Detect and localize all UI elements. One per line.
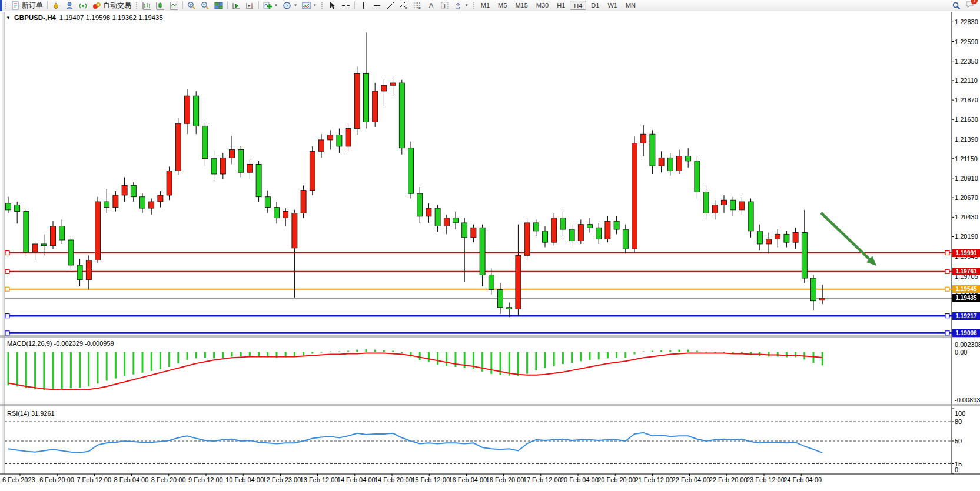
candle-body: [695, 161, 700, 192]
new-order-label: 新订单: [22, 1, 43, 11]
timeframe-button-h1[interactable]: H1: [553, 1, 569, 10]
candle-body: [230, 149, 235, 158]
chart-shift-button[interactable]: [243, 1, 257, 11]
toolbar-grip: [321, 2, 324, 9]
line-handle[interactable]: [945, 287, 949, 291]
date-label: 20 Feb 20:00: [597, 476, 636, 483]
templates-button[interactable]: ▼: [300, 1, 319, 11]
line-handle[interactable]: [5, 287, 9, 291]
tile-windows-button[interactable]: [212, 1, 225, 11]
date-label: 24 Feb 04:00: [783, 476, 822, 483]
timeframe-button-mn[interactable]: MN: [622, 1, 639, 10]
candle-body: [256, 164, 261, 196]
auto-scroll-button[interactable]: [230, 1, 243, 11]
text-tool-button[interactable]: A: [424, 1, 438, 11]
separator: [227, 1, 228, 9]
candle-body: [552, 218, 557, 242]
chevron-down-icon: ▼: [313, 4, 317, 7]
trendline-tool-button[interactable]: [384, 1, 397, 11]
mt4-terminal: 新订单 自动交易: [0, 0, 980, 491]
candle-body: [757, 231, 762, 244]
timeframe-button-d1[interactable]: D1: [587, 1, 603, 10]
candle-body: [140, 197, 145, 208]
line-chart-button[interactable]: [167, 1, 181, 11]
candle-body: [784, 234, 789, 242]
timeframe-button-m15[interactable]: M15: [511, 1, 531, 10]
candle-body: [686, 156, 691, 161]
rsi-axis-label: 80: [955, 418, 962, 425]
candle-body: [194, 96, 199, 126]
candle-body: [408, 148, 414, 193]
time-axis[interactable]: 6 Feb 20236 Feb 20:007 Feb 12:008 Feb 04…: [0, 475, 951, 485]
date-label: 6 Feb 20:00: [39, 476, 74, 483]
line-handle[interactable]: [5, 251, 9, 255]
horizontal-line-tool-button[interactable]: [370, 1, 384, 11]
line-handle[interactable]: [5, 331, 9, 335]
candle-body: [471, 228, 476, 238]
text-label-tool-button[interactable]: T: [438, 1, 451, 11]
candle-body: [498, 289, 503, 307]
candle-body: [113, 195, 118, 208]
candle-body: [748, 202, 753, 231]
line-handle[interactable]: [945, 251, 949, 255]
date-label: 21 Feb 12:00: [634, 476, 673, 483]
chart-dropdown-icon[interactable]: ▼: [6, 15, 11, 21]
cursor-tool-button[interactable]: [325, 1, 339, 11]
vertical-line-tool-button[interactable]: [357, 1, 370, 11]
periods-button[interactable]: ▼: [280, 1, 300, 11]
line-handle[interactable]: [5, 314, 9, 318]
candle-body: [712, 205, 717, 213]
new-order-button[interactable]: 新订单: [9, 1, 45, 11]
candle-body: [77, 265, 82, 280]
zoom-out-button[interactable]: [198, 1, 212, 11]
line-handle[interactable]: [5, 269, 9, 273]
timeframe-button-w1[interactable]: W1: [604, 1, 621, 10]
candle-body: [596, 228, 602, 239]
price-tick-label: 1.21150: [955, 155, 978, 162]
timeframe-button-m1[interactable]: M1: [477, 1, 493, 10]
candle-body: [86, 260, 91, 280]
terminal-button[interactable]: [77, 1, 90, 11]
notifications-button[interactable]: 1: [965, 0, 974, 11]
price-tick-label: 1.21870: [955, 96, 978, 103]
candlestick-chart-button[interactable]: [154, 1, 167, 11]
channel-icon: E: [400, 1, 408, 10]
timeframe-button-h4[interactable]: H4: [570, 1, 586, 10]
zoom-in-icon: [187, 1, 196, 10]
timeframe-button-m30[interactable]: M30: [533, 1, 552, 10]
auto-trading-button[interactable]: 自动交易: [90, 1, 134, 11]
channel-tool-button[interactable]: E: [397, 1, 411, 11]
candle-body: [95, 202, 101, 260]
candle-body: [346, 129, 351, 146]
candle-body: [739, 202, 745, 210]
crosshair-icon: [341, 1, 350, 10]
timeframe-group: M1M5M15M30H1H4D1W1MN: [477, 1, 639, 10]
date-label: 16 Feb 04:00: [449, 476, 487, 483]
auto-trading-label: 自动交易: [103, 1, 131, 11]
navigator-button[interactable]: [63, 1, 77, 11]
bar-chart-button[interactable]: [140, 1, 154, 11]
line-handle[interactable]: [945, 331, 949, 335]
fibonacci-tool-button[interactable]: F: [411, 1, 424, 11]
price-tick-label: 1.22110: [955, 77, 978, 84]
search-icon[interactable]: [952, 1, 961, 10]
line-handle[interactable]: [945, 314, 949, 318]
candle-body: [149, 202, 154, 208]
crosshair-tool-button[interactable]: [339, 1, 353, 11]
indicators-icon: [263, 1, 272, 10]
price-tick-label: 1.21630: [955, 116, 978, 123]
candle-body: [68, 240, 74, 265]
date-label: 14 Feb 20:00: [374, 476, 413, 483]
candle-body: [775, 234, 780, 239]
indicators-button[interactable]: ▼: [261, 1, 280, 11]
zoom-in-button[interactable]: [185, 1, 198, 11]
candle-body: [507, 308, 512, 309]
line-handle[interactable]: [945, 269, 949, 273]
market-watch-button[interactable]: [49, 1, 63, 11]
chart-plot[interactable]: [0, 12, 980, 483]
separator: [182, 1, 183, 9]
candle-body: [104, 202, 109, 208]
arrows-tool-button[interactable]: ▼: [451, 1, 471, 11]
timeframe-button-m5[interactable]: M5: [494, 1, 510, 10]
macd-axis-label: 0.002308: [955, 341, 980, 348]
